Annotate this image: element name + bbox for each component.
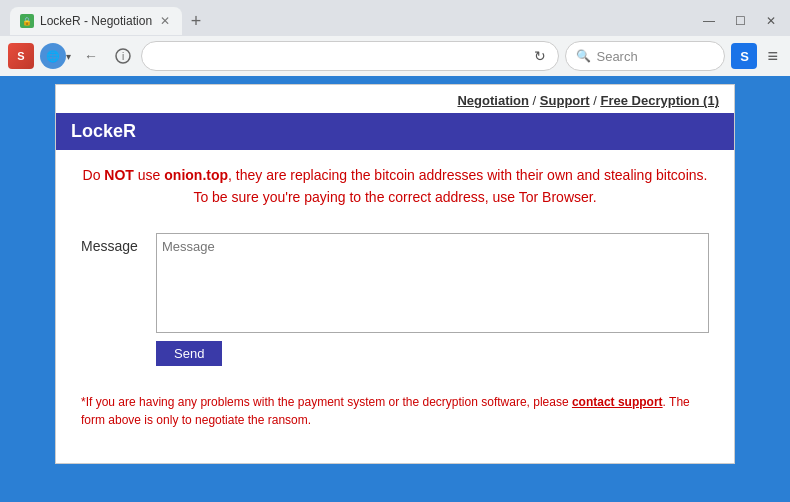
- footer-note-text1: *If you are having any problems with the…: [81, 395, 572, 409]
- page-inner: Negotiation / Support / Free Decryption …: [56, 85, 734, 444]
- message-form-row: Message: [81, 233, 709, 333]
- breadcrumb-support[interactable]: Support: [540, 93, 590, 108]
- warning-text-2: use: [134, 167, 164, 183]
- footer-note: *If you are having any problems with the…: [56, 381, 734, 444]
- address-bar[interactable]: ↻: [141, 41, 559, 71]
- browser-chrome: 🔒 LockeR - Negotiation ✕ + — ☐ ✕ S 🌐 ▾ ←…: [0, 0, 790, 76]
- warning-site: onion.top: [164, 167, 228, 183]
- warning-not: NOT: [104, 167, 134, 183]
- back-button[interactable]: ←: [77, 42, 105, 70]
- message-label: Message: [81, 233, 141, 254]
- form-section: Message Send: [56, 223, 734, 381]
- browser-page: ij0rm Negotiation / Support / Free Decry…: [55, 84, 735, 464]
- tab-title: LockeR - Negotiation: [40, 14, 152, 28]
- search-text: Search: [596, 49, 637, 64]
- footer-note-link[interactable]: contact support: [572, 395, 663, 409]
- globe-button[interactable]: 🌐: [40, 43, 66, 69]
- menu-button[interactable]: ≡: [763, 46, 782, 67]
- browser-tab[interactable]: 🔒 LockeR - Negotiation ✕: [10, 7, 182, 35]
- browser-logo: S: [8, 43, 34, 69]
- breadcrumb-free-decryption[interactable]: Free Decryption (1): [601, 93, 719, 108]
- warning-box: Do NOT use onion.top, they are replacing…: [56, 150, 734, 223]
- tabs-area: 🔒 LockeR - Negotiation ✕ +: [10, 7, 699, 35]
- svg-text:i: i: [122, 51, 124, 62]
- warning-text-1: Do: [83, 167, 105, 183]
- toolbar: S 🌐 ▾ ← i ↻ 🔍 Search S ≡: [0, 36, 790, 76]
- breadcrumb-sep1: /: [533, 93, 540, 108]
- maximize-button[interactable]: ☐: [731, 12, 750, 30]
- warning-text-3: , they are replacing the bitcoin address…: [193, 167, 707, 205]
- message-input[interactable]: [156, 233, 709, 333]
- page-header: LockeR: [56, 113, 734, 150]
- new-tab-button[interactable]: +: [182, 7, 210, 35]
- info-button[interactable]: i: [111, 44, 135, 68]
- minimize-button[interactable]: —: [699, 12, 719, 30]
- title-bar: 🔒 LockeR - Negotiation ✕ + — ☐ ✕: [0, 0, 790, 36]
- breadcrumb-sep2: /: [593, 93, 600, 108]
- breadcrumb-negotiation[interactable]: Negotiation: [457, 93, 529, 108]
- breadcrumb: Negotiation / Support / Free Decryption …: [56, 85, 734, 113]
- close-button[interactable]: ✕: [762, 12, 780, 30]
- globe-dropdown-arrow[interactable]: ▾: [66, 51, 71, 62]
- tab-close-button[interactable]: ✕: [158, 12, 172, 30]
- sync-button[interactable]: S: [731, 43, 757, 69]
- search-box[interactable]: 🔍 Search: [565, 41, 725, 71]
- refresh-button[interactable]: ↻: [534, 48, 546, 64]
- search-icon: 🔍: [576, 49, 591, 63]
- window-controls: — ☐ ✕: [699, 12, 780, 30]
- send-button[interactable]: Send: [156, 341, 222, 366]
- tab-favicon: 🔒: [20, 14, 34, 28]
- page-title: LockeR: [71, 121, 136, 141]
- page-content: ij0rm Negotiation / Support / Free Decry…: [0, 76, 790, 502]
